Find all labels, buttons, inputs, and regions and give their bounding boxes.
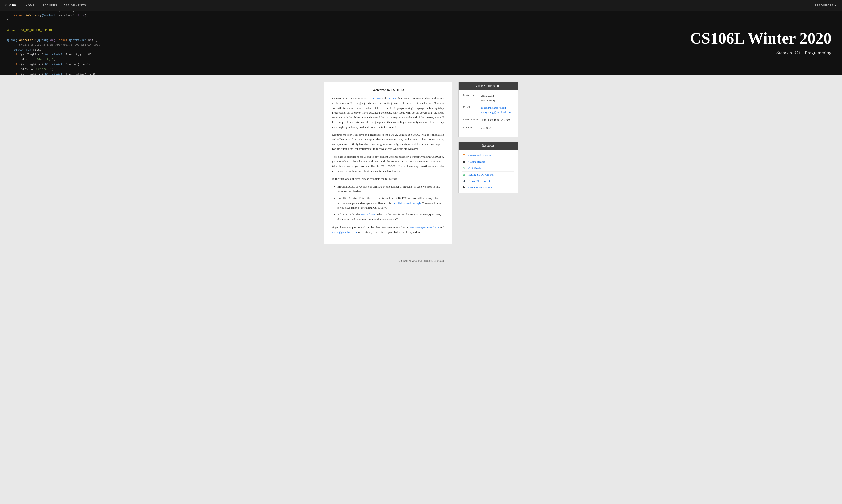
list-icon: ☰	[462, 154, 466, 157]
nav-brand: CS106L	[5, 3, 19, 7]
footer: © Stanford 2019 | Created by Ali Malik	[0, 255, 842, 267]
link-averywang[interactable]: averywang@stanford.edu	[481, 110, 511, 114]
link-aszeng[interactable]: aszeng@stanford.edu	[481, 106, 506, 109]
resources-header: Resources	[459, 142, 518, 150]
lecturers-label: Lecturers:	[463, 93, 478, 102]
hero-section: QMatrix4x4::operator QVariant() const { …	[0, 11, 842, 75]
pencil-icon: ✎	[462, 166, 466, 170]
resource-course-reader[interactable]: ■ Course Reader	[462, 159, 514, 165]
bullet-3: Add yourself to the Piazza forum, which …	[337, 212, 444, 222]
resource-cpp-guide[interactable]: ✎ C++ Guide	[462, 165, 514, 172]
bullet-1: Enroll in Axess so we have an estimate o…	[337, 184, 444, 194]
code-line-2: return QVariant(QVariant::Matrix4x4, thi…	[7, 13, 372, 18]
link-avery-email[interactable]: averywang@stanford.edu	[409, 226, 439, 229]
code-line-4	[7, 23, 372, 28]
code-line-7: QDebug operator<<(QDebug dbg, const QMat…	[7, 38, 372, 43]
welcome-para-1: CS106L is a companion class to CS106B an…	[332, 96, 444, 129]
link-piazza[interactable]: Piazza forum	[361, 213, 376, 216]
resource-link-qt-creator[interactable]: Setting up QT Creator	[468, 173, 494, 177]
lecture-time-value: Tue, Thu; 1:30 - 2:50pm	[482, 118, 510, 122]
page-wrapper: Welcome to CS106L! CS106L is a companion…	[0, 75, 842, 504]
main-content: Welcome to CS106L! CS106L is a companion…	[288, 75, 554, 255]
code-line-13: bits += "General,";	[7, 67, 372, 72]
link-cs106b[interactable]: CS106B	[371, 97, 381, 100]
sidebar: Course Information Lecturers: Anna ZengA…	[458, 82, 518, 244]
code-line-5: #ifndef QT_NO_DEBUG_STREAM	[7, 28, 372, 33]
course-info-header: Course Information	[459, 82, 518, 90]
code-line-3: }	[7, 18, 372, 23]
code-line-6	[7, 33, 372, 38]
lecturers-value: Anna ZengAvery Wang	[481, 93, 495, 102]
code-line-9: QByteArray bits;	[7, 48, 372, 52]
resource-link-blank-cpp[interactable]: Blank C++ Project	[468, 179, 490, 183]
welcome-para-3: The class is intended to be useful to an…	[332, 155, 444, 173]
nav-home[interactable]: HOME	[25, 4, 35, 7]
hero-subtitle: Standard C++ Programming	[379, 50, 831, 56]
info-location-row: Location: 200-002	[463, 126, 513, 130]
hero-main-title: CS106L Winter 2020	[379, 30, 831, 47]
resource-cpp-docs[interactable]: ⚑ C++ Documentation	[462, 184, 514, 191]
qt-icon: ⊞	[462, 173, 466, 177]
location-label: Location:	[463, 126, 478, 130]
link-installation[interactable]: installation walkthrough	[393, 201, 421, 204]
resource-list: ☰ Course Information ■ Course Reader ✎ C…	[459, 150, 518, 193]
resources-card: Resources ☰ Course Information ■ Course …	[458, 142, 518, 194]
link-anna-email[interactable]: aszeng@stanford.edu	[332, 230, 357, 234]
course-info-card: Course Information Lecturers: Anna ZengA…	[458, 82, 518, 137]
code-line-14: if ((m.flagBits & QMatrix4x4::Translatio…	[7, 72, 372, 75]
resource-blank-cpp[interactable]: ⬇ Blank C++ Project	[462, 178, 514, 184]
code-line-1: QMatrix4x4::operator QVariant() const {	[7, 11, 372, 13]
welcome-card: Welcome to CS106L! CS106L is a companion…	[324, 82, 452, 244]
code-line-8: // Create a string that represents the m…	[7, 43, 372, 48]
link-cs106x[interactable]: CS106X	[387, 97, 397, 100]
resource-link-course-info[interactable]: Course Information	[468, 154, 491, 157]
welcome-bullet-list: Enroll in Axess so we have an estimate o…	[337, 184, 444, 222]
hero-title-block: CS106L Winter 2020 Standard C++ Programm…	[379, 30, 842, 55]
resource-link-cpp-guide[interactable]: C++ Guide	[468, 166, 481, 170]
info-email-row: Email: aszeng@stanford.edu averywang@sta…	[463, 106, 513, 114]
nav-resources-dropdown[interactable]: RESOURCES ▾	[814, 4, 837, 7]
download-icon: ⬇	[462, 179, 466, 183]
welcome-closing: If you have any questions about the clas…	[332, 225, 444, 235]
nav-assignments[interactable]: ASSIGNMENTS	[64, 4, 86, 7]
email-value: aszeng@stanford.edu averywang@stanford.e…	[481, 106, 511, 114]
bullet-2: Install Qt Creator. This is the IDE that…	[337, 196, 444, 210]
email-label: Email:	[463, 106, 478, 114]
info-lecture-time-row: Lecture Time: Tue, Thu; 1:30 - 2:50pm	[463, 118, 513, 122]
nav-lectures[interactable]: LECTURES	[41, 4, 57, 7]
navbar: CS106L HOME LECTURES ASSIGNMENTS RESOURC…	[0, 0, 842, 11]
nav-links: HOME LECTURES ASSIGNMENTS	[25, 4, 814, 7]
info-lecturers-row: Lecturers: Anna ZengAvery Wang	[463, 93, 513, 102]
resource-link-cpp-docs[interactable]: C++ Documentation	[468, 186, 492, 189]
footer-text: © Stanford 2019 | Created by Ali Malik	[398, 259, 444, 263]
code-line-11: bits += "Identity,";	[7, 57, 372, 62]
code-line-10: if ((m.flagBits & QMatrix4x4::Identity) …	[7, 52, 372, 57]
resource-course-info[interactable]: ☰ Course Information	[462, 152, 514, 159]
welcome-para-2: Lectures meet on Tuesdays and Thursdays …	[332, 132, 444, 151]
resource-link-course-reader[interactable]: Course Reader	[468, 160, 485, 164]
location-value: 200-002	[481, 126, 491, 130]
flag-icon: ⚑	[462, 186, 466, 189]
course-info-body: Lecturers: Anna ZengAvery Wang Email: as…	[459, 90, 518, 137]
resource-qt-creator[interactable]: ⊞ Setting up QT Creator	[462, 172, 514, 178]
hero-code-block: QMatrix4x4::operator QVariant() const { …	[0, 11, 379, 75]
welcome-para-4: In the first week of class, please compl…	[332, 177, 444, 181]
code-line-12: if ((m.flagBits & QMatrix4x4::General) !…	[7, 62, 372, 67]
welcome-heading: Welcome to CS106L!	[332, 88, 444, 92]
lecture-time-label: Lecture Time:	[463, 118, 479, 122]
book-icon: ■	[462, 160, 466, 164]
